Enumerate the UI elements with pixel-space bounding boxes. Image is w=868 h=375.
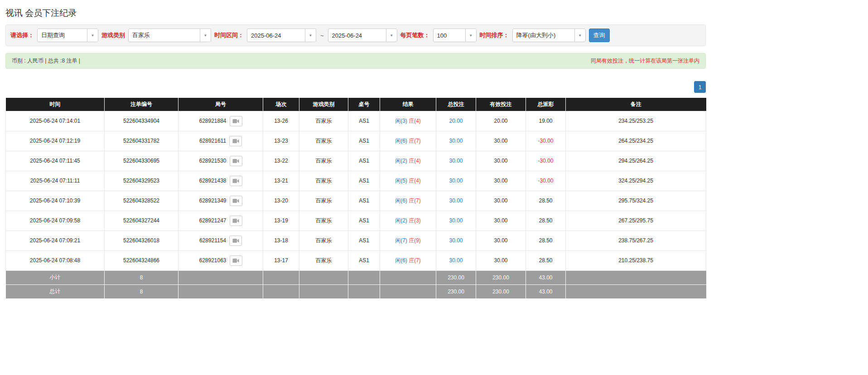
video-replay-button[interactable]: [229, 236, 242, 246]
cell-payout: -30.00: [526, 131, 566, 151]
cell-total-bet[interactable]: 30.00: [436, 250, 476, 270]
video-replay-button[interactable]: [230, 116, 242, 126]
video-icon: [232, 198, 239, 203]
subtotal-total-bet: 230.00: [436, 270, 476, 284]
video-replay-button[interactable]: [230, 176, 242, 186]
notice-text: 同局有效投注，统一计算在该局第一张注单内: [591, 57, 699, 65]
cell-game-type: 百家乐: [299, 171, 348, 191]
round-id: 628921063: [199, 257, 226, 264]
date-to-picker[interactable]: 2025-06-24 ▼: [328, 29, 397, 42]
page-container: 视讯 会员下注纪录 请选择： 日期查询 ▼ 游戏类别 百家乐 ▼ 时间区间： 2…: [5, 0, 706, 299]
cell-payout: 28.50: [526, 191, 566, 211]
cell-time: 2025-06-24 07:09:21: [6, 231, 105, 250]
round-id: 628921154: [199, 237, 226, 244]
cell-round: 628921247: [178, 211, 263, 231]
col-header-payout: 总派彩: [526, 98, 566, 111]
video-replay-button[interactable]: [229, 136, 242, 146]
table-row: 2025-06-24 07:11:11 522604329523 6289214…: [6, 171, 706, 191]
cell-total-bet[interactable]: 30.00: [436, 171, 476, 191]
table-row: 2025-06-24 07:12:19 522604331782 6289216…: [6, 131, 706, 151]
cell-table-no: AS1: [348, 111, 380, 131]
video-icon: [232, 159, 239, 163]
video-icon: [232, 178, 239, 183]
video-replay-button[interactable]: [230, 255, 242, 266]
cell-valid-bet: 30.00: [476, 191, 526, 211]
cell-note: 294.25/264.25: [566, 151, 706, 171]
summary-bar: 币别 : 人民币 | 总共 :8 注单 | 同局有效投注，统一计算在该局第一张注…: [5, 53, 706, 69]
bet-records-table: 时间 注单编号 局号 场次 游戏类别 桌号 结果 总投注 有效投注 总派彩 备注…: [5, 98, 706, 299]
result-player: 闲(6): [395, 257, 407, 264]
video-replay-button[interactable]: [230, 196, 242, 206]
table-row: 2025-06-24 07:14:01 522604334904 6289218…: [6, 111, 706, 131]
date-to-value: 2025-06-24: [328, 32, 366, 39]
video-icon: [232, 218, 239, 223]
filter-bar: 请选择： 日期查询 ▼ 游戏类别 百家乐 ▼ 时间区间： 2025-06-24 …: [5, 24, 706, 46]
cell-result: 闲(6) 庄(7): [380, 191, 436, 211]
table-header-row: 时间 注单编号 局号 场次 游戏类别 桌号 结果 总投注 有效投注 总派彩 备注: [6, 98, 706, 111]
result-banker: 庄(4): [409, 178, 421, 184]
result-player: 闲(5): [395, 178, 407, 184]
range-separator: ~: [319, 32, 325, 39]
cell-bet-id: 522604334904: [105, 111, 178, 131]
round-id: 628921611: [199, 138, 226, 144]
result-banker: 庄(4): [409, 118, 421, 124]
video-replay-button[interactable]: [230, 216, 242, 226]
result-banker: 庄(7): [409, 197, 421, 204]
game-type-label: 游戏类别: [101, 31, 125, 39]
cell-total-bet[interactable]: 30.00: [436, 151, 476, 171]
cell-payout: 28.50: [526, 211, 566, 231]
cell-time: 2025-06-24 07:09:58: [6, 211, 105, 231]
cell-time: 2025-06-24 07:14:01: [6, 111, 105, 131]
cell-total-bet[interactable]: 30.00: [436, 131, 476, 151]
cell-game-type: 百家乐: [299, 250, 348, 270]
cell-result: 闲(2) 庄(4): [380, 151, 436, 171]
cell-round: 628921154: [178, 231, 263, 250]
sort-order-select[interactable]: 降幂(由大到小) ▼: [512, 29, 586, 42]
round-id: 628921349: [199, 197, 226, 204]
cell-valid-bet: 30.00: [476, 131, 526, 151]
video-replay-button[interactable]: [230, 156, 242, 166]
page-size-select[interactable]: 100 ▼: [433, 29, 477, 42]
cell-table-no: AS1: [348, 171, 380, 191]
table-row: 2025-06-24 07:10:39 522604328522 6289213…: [6, 191, 706, 211]
table-body: 2025-06-24 07:14:01 522604334904 6289218…: [6, 111, 706, 270]
cell-table-no: AS1: [348, 231, 380, 250]
query-button[interactable]: 查询: [589, 29, 610, 42]
cell-bet-id: 522604328522: [105, 191, 178, 211]
cell-bet-id: 522604330695: [105, 151, 178, 171]
page-1-button[interactable]: 1: [694, 81, 706, 93]
chevron-down-icon: ▼: [574, 29, 585, 42]
cell-total-bet[interactable]: 20.00: [436, 111, 476, 131]
date-mode-select[interactable]: 日期查询 ▼: [37, 29, 98, 42]
cell-game-type: 百家乐: [299, 191, 348, 211]
cell-table-no: AS1: [348, 250, 380, 270]
game-type-select[interactable]: 百家乐 ▼: [128, 29, 211, 42]
cell-valid-bet: 30.00: [476, 151, 526, 171]
sort-order-label: 时间排序：: [480, 31, 509, 39]
grand-total-total-bet: 230.00: [436, 284, 476, 298]
round-id: 628921530: [199, 158, 226, 164]
table-row: 2025-06-24 07:09:21 522604326018 6289211…: [6, 231, 706, 250]
date-from-picker[interactable]: 2025-06-24 ▼: [247, 29, 316, 42]
col-header-session: 场次: [263, 98, 299, 111]
cell-round: 628921611: [178, 131, 263, 151]
cell-session: 13-22: [263, 151, 299, 171]
result-banker: 庄(3): [409, 217, 421, 224]
cell-table-no: AS1: [348, 211, 380, 231]
cell-total-bet[interactable]: 30.00: [436, 211, 476, 231]
cell-time: 2025-06-24 07:11:45: [6, 151, 105, 171]
chevron-down-icon: ▼: [386, 29, 397, 42]
cell-game-type: 百家乐: [299, 151, 348, 171]
result-player: 闲(6): [395, 138, 407, 144]
cell-session: 13-18: [263, 231, 299, 250]
sort-order-value: 降幂(由大到小): [513, 31, 559, 39]
cell-result: 闲(5) 庄(4): [380, 171, 436, 191]
table-row: 2025-06-24 07:08:48 522604324866 6289210…: [6, 250, 706, 270]
cell-payout: 28.50: [526, 250, 566, 270]
cell-table-no: AS1: [348, 131, 380, 151]
cell-total-bet[interactable]: 30.00: [436, 191, 476, 211]
grand-total-label: 总计: [6, 284, 105, 298]
cell-total-bet[interactable]: 30.00: [436, 231, 476, 250]
cell-result: 闲(6) 庄(7): [380, 131, 436, 151]
select-mode-label: 请选择：: [10, 31, 34, 39]
